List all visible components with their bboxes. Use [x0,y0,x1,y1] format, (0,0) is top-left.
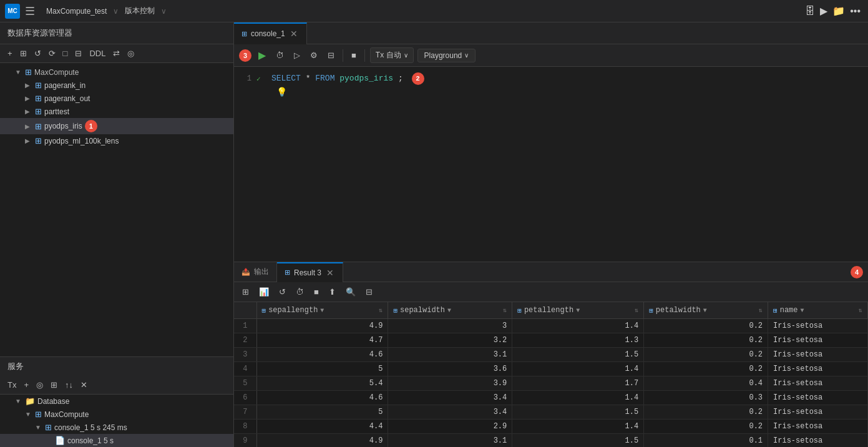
services-item-maxcompute[interactable]: ▼ ⊞ MaxCompute [0,408,233,421]
close-btn[interactable]: ✕ [78,378,90,391]
row-number: 3 [234,348,256,362]
col-label: petalwidth [656,306,701,315]
table-cell: 0.2 [644,348,768,362]
sort-icon[interactable]: ⇅ [635,307,638,314]
tree-item-parttest[interactable]: ▶ ⊞ parttest [0,105,233,118]
tree-item-label: console_1 5 s 245 ms [54,423,127,432]
tab-close-btn[interactable]: ✕ [325,268,335,278]
tree-item-pyodps-iris[interactable]: ▶ ⊞ pyodps_iris 1 [0,118,233,134]
expand-btn[interactable]: ⊟ [324,49,338,62]
col-sepallength[interactable]: ⊞ sepallength ▼ ⇅ [256,302,388,319]
hamburger-icon[interactable]: ☰ [25,4,35,18]
tab-close-btn[interactable]: ✕ [289,29,299,39]
transfer-btn[interactable]: ⇄ [110,47,122,60]
table-icon: ⊞ [35,122,42,131]
col-label: sepalwidth [400,306,445,315]
table-view-btn[interactable]: ⊞ [239,285,252,298]
sort-icon[interactable]: ⇅ [379,307,383,314]
col-label: petallength [524,306,573,315]
updown-btn[interactable]: ↑↓ [62,378,76,391]
tab-result3[interactable]: ⊞ Result 3 ✕ [277,262,343,282]
col-petalwidth[interactable]: ⊞ petalwidth ▼ ⇅ [644,302,768,319]
refresh-btn[interactable]: ↺ [276,285,289,298]
sync-btn[interactable]: ⟳ [46,47,58,60]
playground-label: Playground [424,51,462,60]
results-area: 📤 输出 ⊞ Result 3 ✕ 4 ⊞ 📊 ↺ ⏱ ■ ⬆ 🔍 [234,262,868,447]
run-btn[interactable]: ▶ [255,47,269,63]
results-table-container[interactable]: ⊞ sepallength ▼ ⇅ ⊞ sepalwidth [234,302,868,447]
database-icon[interactable]: 🗄 [802,3,817,19]
tab-output[interactable]: 📤 输出 [234,262,277,282]
tx-dropdown[interactable]: Tx 自动 ∨ [370,47,414,63]
sort-icon[interactable]: ⇅ [503,307,507,314]
app-name[interactable]: MaxCompute_test [42,6,110,17]
stop-btn[interactable]: ■ [311,285,322,298]
new-btn[interactable]: ⊞ [48,378,60,391]
results-tbody: 14.931.40.2Iris-setosa24.73.21.30.2Iris-… [234,319,868,448]
clock-btn[interactable]: ⏱ [273,49,287,62]
timer-btn[interactable]: ⏱ [293,285,307,298]
line-content[interactable]: SELECT * FROM pyodps_iris ; 2 [269,72,868,85]
target-btn[interactable]: ◎ [125,47,137,60]
sort-icon[interactable]: ⇅ [859,307,862,314]
filter-icon[interactable]: ▼ [576,307,580,314]
tab-console1[interactable]: ⊞ console_1 ✕ [234,22,307,44]
table-row: 24.73.21.30.2Iris-setosa [234,333,868,348]
table-icon: ⊞ [35,81,42,90]
col-petallength[interactable]: ⊞ petallength ▼ ⇅ [512,302,644,319]
search-btn[interactable]: 🔍 [343,285,359,298]
grid-btn[interactable]: ⊞ [17,47,29,60]
add-btn[interactable]: + [21,378,31,391]
add-btn[interactable]: + [5,47,15,60]
filter-icon[interactable]: ▼ [447,307,451,314]
expand-arrow: ▶ [25,82,35,89]
tree-item-label: pyodps_ml_100k_lens [44,137,119,145]
editor-area[interactable]: 1 ✓ SELECT * FROM pyodps_iris ; 2 💡 [234,67,868,262]
tx-btn[interactable]: Tx [5,378,19,391]
table-cell: 4.7 [256,333,388,348]
services-item-database[interactable]: ▼ 📁 Database [0,395,233,408]
eye-btn[interactable]: ◎ [34,378,46,391]
table-cell: 1.4 [512,420,644,434]
playground-btn[interactable]: Playground ∨ [417,49,476,62]
dropdown-arrow: ∨ [464,52,469,59]
tab-label: Result 3 [294,268,321,277]
folder-icon[interactable]: 📁 [830,2,847,19]
filter-icon[interactable]: ▼ [320,307,324,314]
sort-icon[interactable]: ⇅ [759,307,763,314]
row-number: 4 [234,362,256,376]
stop-btn[interactable]: ■ [348,49,359,62]
table-cell: Iris-setosa [768,376,868,391]
table-row: 64.63.41.40.3Iris-setosa [234,391,868,405]
chart-btn[interactable]: 📊 [256,285,272,298]
sidebar: 数据库资源管理器 + ⊞ ↺ ⟳ □ ⊟ DDL ⇄ ◎ ▼ ⊞ MaxComp… [0,22,234,447]
export-btn[interactable]: ⬆ [326,285,339,298]
tree-root-maxcompute[interactable]: ▼ ⊞ MaxCompute [0,66,233,79]
services-item-console1-parent[interactable]: ▼ ⊞ console_1 5 s 245 ms [0,421,233,434]
services-item-console1[interactable]: 📄 console_1 5 s [0,434,233,447]
expand-arrow: ▶ [25,108,35,115]
settings-btn[interactable]: ⚙ [307,49,321,62]
table-cell: 0.4 [644,376,768,391]
filter-icon[interactable]: ▼ [801,307,804,314]
ddl-btn[interactable]: DDL [87,47,108,60]
filter-icon[interactable]: ▼ [703,307,707,314]
app-logo: MC [5,4,20,19]
more-icon[interactable]: ••• [847,3,863,19]
collapse-btn[interactable]: ⊟ [363,285,376,298]
play-btn[interactable]: ▷ [291,49,303,62]
version-control[interactable]: 版本控制 [121,4,158,17]
square-btn[interactable]: □ [61,47,71,60]
minus-btn[interactable]: ⊟ [72,47,84,60]
tree-item-pagerank-in[interactable]: ▶ ⊞ pagerank_in [0,79,233,92]
tab-icon: ⊞ [241,30,247,38]
tree-item-label: Database [37,397,69,406]
col-sepalwidth[interactable]: ⊞ sepalwidth ▼ ⇅ [388,302,512,319]
refresh-btn[interactable]: ↺ [32,47,44,60]
tree-item-pagerank-out[interactable]: ▶ ⊞ pagerank_out [0,92,233,105]
run-icon[interactable]: ▶ [817,2,830,19]
table-cell: 1.4 [512,319,644,333]
expand-arrow: ▼ [15,69,25,76]
col-name[interactable]: ⊞ name ▼ ⇅ [768,302,868,319]
tree-item-pyodps-ml[interactable]: ▶ ⊞ pyodps_ml_100k_lens [0,134,233,147]
